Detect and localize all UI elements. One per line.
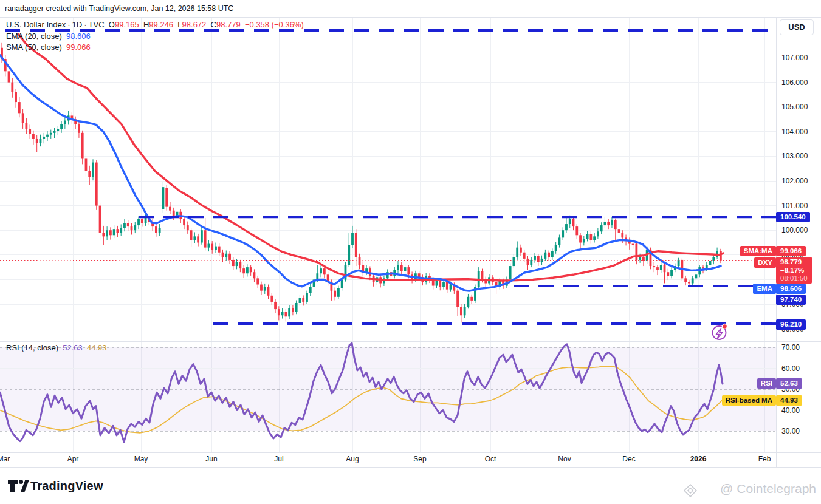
symbol-legend-row[interactable]: U.S. Dollar Index·1D·TVC O99.165 H99.246… <box>6 20 304 29</box>
interval-label[interactable]: 1D <box>72 20 83 29</box>
candle <box>145 218 147 223</box>
dxy-badge-label: DXY <box>754 257 776 268</box>
candle <box>183 219 185 225</box>
candle <box>187 225 189 230</box>
candle <box>284 312 287 316</box>
sma50-line[interactable] <box>18 34 723 281</box>
candle <box>548 253 550 257</box>
candle <box>470 297 473 301</box>
rsi-tick-label: 40.00 <box>781 406 800 415</box>
time-axis-label: Oct <box>485 455 496 463</box>
candle <box>404 267 407 271</box>
candle <box>516 248 518 257</box>
candle <box>309 287 312 293</box>
candle <box>165 188 168 206</box>
candle <box>467 297 470 307</box>
candle <box>222 253 224 257</box>
candle <box>155 226 157 233</box>
symbol-name[interactable]: U.S. Dollar Index <box>6 20 66 29</box>
sma-legend-row[interactable]: SMA (50, close) 99.066 <box>6 43 91 52</box>
candle <box>43 137 45 139</box>
candle <box>270 296 273 302</box>
candle <box>225 254 227 257</box>
candle <box>137 219 140 225</box>
candle <box>169 207 171 211</box>
candle <box>639 257 641 260</box>
candle <box>134 225 136 230</box>
candle <box>558 237 561 245</box>
time-axis-label: Dec <box>622 455 635 463</box>
time-axis-label: Aug <box>346 455 359 463</box>
tradingview-wordmark[interactable]: TradingView <box>30 479 103 493</box>
candle <box>36 139 38 143</box>
candle <box>215 247 217 250</box>
ohlc-open: O99.165 <box>109 20 139 29</box>
candle <box>334 291 336 297</box>
candle <box>537 256 540 262</box>
candle <box>442 282 445 287</box>
candle <box>635 244 637 260</box>
change-value: −0.358 (−0.36%) <box>245 20 304 29</box>
candle <box>29 129 31 134</box>
candle <box>264 287 266 291</box>
price-tick-label: 106.000 <box>781 78 808 87</box>
candle <box>692 278 694 283</box>
candle <box>593 236 596 240</box>
cointelegraph-icon <box>683 483 698 498</box>
time-axis-label: Jul <box>274 455 283 463</box>
price-tick-label: 105.000 <box>781 103 808 111</box>
candle <box>589 234 592 240</box>
exchange-label: TVC <box>89 20 105 29</box>
ema-legend-value: 98.606 <box>66 32 91 41</box>
candle <box>40 139 42 143</box>
candle <box>460 307 462 315</box>
rsi-legend-label: RSI (14, close) <box>6 343 58 352</box>
candle <box>113 229 115 235</box>
candle <box>11 83 13 92</box>
candle <box>464 307 466 315</box>
tradingview-logo-icon[interactable] <box>7 479 29 495</box>
price-tick-label: 102.000 <box>781 177 808 185</box>
price-tick-label: 101.000 <box>781 202 808 210</box>
candle <box>653 266 655 267</box>
candle <box>46 135 49 137</box>
candle <box>267 287 270 296</box>
candle <box>400 265 403 271</box>
ema-badge-label: EMA <box>753 284 776 294</box>
candle <box>253 272 256 278</box>
currency-usd-button[interactable]: USD <box>780 19 814 35</box>
candle <box>278 309 280 315</box>
sma-ma-badge-label: SMA:MA <box>740 246 776 256</box>
candle <box>25 123 27 129</box>
candle <box>656 267 659 270</box>
ema-legend-row[interactable]: EMA (20, close) 98.606 <box>6 32 91 41</box>
candle <box>159 228 161 233</box>
chart-canvas[interactable] <box>0 0 821 504</box>
time-axis-label: 2026 <box>690 455 707 463</box>
candle <box>281 312 284 315</box>
candle <box>22 113 24 123</box>
candle <box>439 281 441 287</box>
candle <box>99 206 101 233</box>
candle <box>302 298 304 302</box>
candle <box>341 279 343 288</box>
candle <box>8 71 10 82</box>
candle <box>706 265 708 268</box>
price-tick-label: 103.000 <box>781 152 808 160</box>
candle <box>201 230 203 242</box>
candle <box>85 158 88 171</box>
candle <box>64 121 66 124</box>
candle <box>600 225 603 231</box>
candle <box>436 281 438 285</box>
candle <box>397 265 399 270</box>
candle <box>288 308 290 316</box>
candle <box>555 245 557 251</box>
rsi-legend-row[interactable]: RSI (14, close) 52.63 44.93 <box>6 343 107 352</box>
candle <box>572 219 575 226</box>
candle <box>664 265 666 272</box>
candle <box>611 220 613 225</box>
ema20-line[interactable] <box>0 55 721 291</box>
candle <box>509 266 512 279</box>
price-tick-label: 104.000 <box>781 128 808 136</box>
dxy-badge-value: 98.779 −8.17% 08:01:50 <box>776 257 812 284</box>
